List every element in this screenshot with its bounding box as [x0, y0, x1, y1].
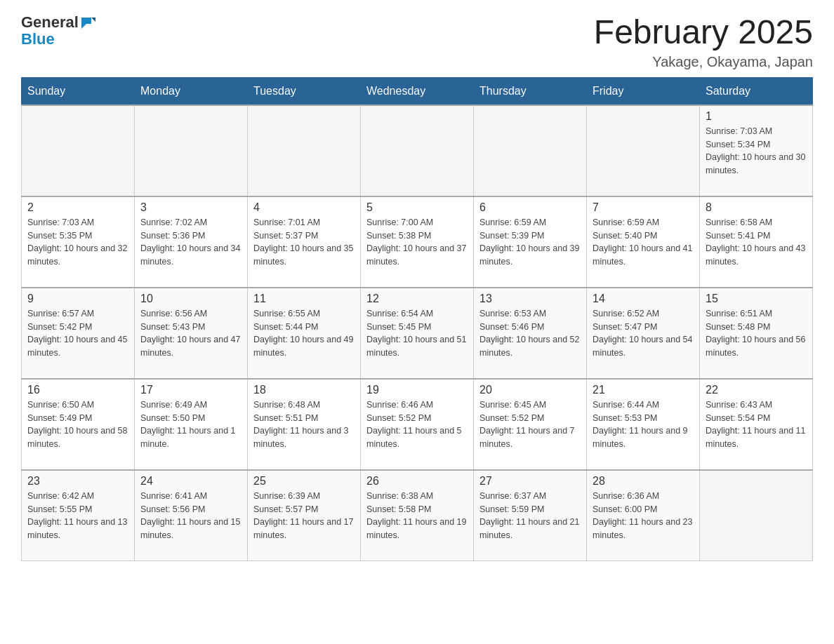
day-info: Sunrise: 6:57 AMSunset: 5:42 PMDaylight:…: [27, 307, 128, 360]
calendar-header: Sunday Monday Tuesday Wednesday Thursday…: [22, 77, 813, 105]
day-info: Sunrise: 6:59 AMSunset: 5:39 PMDaylight:…: [479, 216, 581, 269]
calendar-cell-w4-d5: 21Sunrise: 6:44 AMSunset: 5:53 PMDayligh…: [587, 379, 700, 470]
month-year-title: February 2025: [594, 14, 813, 51]
day-info: Sunrise: 6:56 AMSunset: 5:43 PMDaylight:…: [140, 307, 241, 360]
calendar-cell-w1-d2: [248, 105, 361, 196]
calendar-cell-w4-d0: 16Sunrise: 6:50 AMSunset: 5:49 PMDayligh…: [22, 379, 135, 470]
calendar-cell-w5-d5: 28Sunrise: 6:36 AMSunset: 6:00 PMDayligh…: [587, 470, 700, 561]
calendar-cell-w2-d2: 4Sunrise: 7:01 AMSunset: 5:37 PMDaylight…: [248, 196, 361, 288]
calendar-cell-w1-d0: [22, 105, 135, 196]
calendar-cell-w5-d3: 26Sunrise: 6:38 AMSunset: 5:58 PMDayligh…: [361, 470, 474, 561]
day-info: Sunrise: 6:39 AMSunset: 5:57 PMDaylight:…: [253, 490, 355, 542]
day-info: Sunrise: 6:50 AMSunset: 5:49 PMDaylight:…: [27, 398, 128, 451]
calendar-cell-w2-d3: 5Sunrise: 7:00 AMSunset: 5:38 PMDaylight…: [361, 196, 474, 288]
day-number: 28: [593, 475, 694, 488]
day-number: 19: [366, 384, 468, 396]
day-number: 14: [593, 293, 694, 305]
day-info: Sunrise: 6:53 AMSunset: 5:46 PMDaylight:…: [479, 307, 581, 360]
day-info: Sunrise: 6:52 AMSunset: 5:47 PMDaylight:…: [593, 307, 694, 360]
calendar-cell-w4-d3: 19Sunrise: 6:46 AMSunset: 5:52 PMDayligh…: [361, 379, 474, 470]
location-subtitle: Yakage, Okayama, Japan: [594, 54, 813, 70]
title-block: February 2025 Yakage, Okayama, Japan: [594, 14, 813, 70]
calendar-cell-w1-d5: [587, 105, 700, 196]
calendar-cell-w3-d6: 15Sunrise: 6:51 AMSunset: 5:48 PMDayligh…: [700, 288, 813, 379]
day-number: 9: [27, 293, 128, 305]
header-saturday: Saturday: [700, 77, 813, 105]
day-info: Sunrise: 6:59 AMSunset: 5:40 PMDaylight:…: [593, 216, 694, 269]
day-info: Sunrise: 7:02 AMSunset: 5:36 PMDaylight:…: [140, 216, 241, 269]
day-number: 25: [253, 475, 355, 488]
day-number: 12: [366, 293, 468, 305]
day-info: Sunrise: 7:03 AMSunset: 5:34 PMDaylight:…: [706, 125, 807, 177]
header-tuesday: Tuesday: [248, 77, 361, 105]
calendar-cell-w1-d1: [135, 105, 248, 196]
calendar-cell-w5-d2: 25Sunrise: 6:39 AMSunset: 5:57 PMDayligh…: [248, 470, 361, 561]
calendar-cell-w4-d4: 20Sunrise: 6:45 AMSunset: 5:52 PMDayligh…: [474, 379, 587, 470]
day-number: 23: [27, 475, 128, 488]
day-info: Sunrise: 6:42 AMSunset: 5:55 PMDaylight:…: [27, 490, 128, 542]
day-number: 20: [479, 384, 581, 396]
day-info: Sunrise: 6:37 AMSunset: 5:59 PMDaylight:…: [479, 490, 581, 542]
calendar-body: 1Sunrise: 7:03 AMSunset: 5:34 PMDaylight…: [22, 105, 813, 561]
day-info: Sunrise: 6:58 AMSunset: 5:41 PMDaylight:…: [706, 216, 807, 269]
day-number: 26: [366, 475, 468, 488]
day-info: Sunrise: 6:41 AMSunset: 5:56 PMDaylight:…: [140, 490, 241, 542]
day-number: 5: [366, 201, 468, 214]
day-number: 18: [253, 384, 355, 396]
calendar-cell-w4-d1: 17Sunrise: 6:49 AMSunset: 5:50 PMDayligh…: [135, 379, 248, 470]
calendar-cell-w4-d2: 18Sunrise: 6:48 AMSunset: 5:51 PMDayligh…: [248, 379, 361, 470]
week-row-1: 1Sunrise: 7:03 AMSunset: 5:34 PMDaylight…: [22, 105, 813, 196]
day-number: 17: [140, 384, 241, 396]
header-wednesday: Wednesday: [361, 77, 474, 105]
day-info: Sunrise: 6:55 AMSunset: 5:44 PMDaylight:…: [253, 307, 355, 360]
calendar-cell-w3-d3: 12Sunrise: 6:54 AMSunset: 5:45 PMDayligh…: [361, 288, 474, 379]
week-row-4: 16Sunrise: 6:50 AMSunset: 5:49 PMDayligh…: [22, 379, 813, 470]
day-info: Sunrise: 6:51 AMSunset: 5:48 PMDaylight:…: [706, 307, 807, 360]
calendar-cell-w2-d6: 8Sunrise: 6:58 AMSunset: 5:41 PMDaylight…: [700, 196, 813, 288]
svg-marker-0: [81, 18, 91, 29]
calendar-cell-w5-d4: 27Sunrise: 6:37 AMSunset: 5:59 PMDayligh…: [474, 470, 587, 561]
header-monday: Monday: [135, 77, 248, 105]
day-number: 7: [593, 201, 694, 214]
calendar-cell-w4-d6: 22Sunrise: 6:43 AMSunset: 5:54 PMDayligh…: [700, 379, 813, 470]
day-number: 1: [706, 110, 807, 123]
calendar-cell-w2-d5: 7Sunrise: 6:59 AMSunset: 5:40 PMDaylight…: [587, 196, 700, 288]
day-info: Sunrise: 6:48 AMSunset: 5:51 PMDaylight:…: [253, 398, 355, 451]
day-number: 11: [253, 293, 355, 305]
day-number: 15: [706, 293, 807, 305]
calendar-cell-w3-d0: 9Sunrise: 6:57 AMSunset: 5:42 PMDaylight…: [22, 288, 135, 379]
calendar-cell-w1-d6: 1Sunrise: 7:03 AMSunset: 5:34 PMDaylight…: [700, 105, 813, 196]
day-number: 3: [140, 201, 241, 214]
calendar-cell-w3-d1: 10Sunrise: 6:56 AMSunset: 5:43 PMDayligh…: [135, 288, 248, 379]
day-number: 6: [479, 201, 581, 214]
day-info: Sunrise: 6:43 AMSunset: 5:54 PMDaylight:…: [706, 398, 807, 451]
calendar-cell-w2-d0: 2Sunrise: 7:03 AMSunset: 5:35 PMDaylight…: [22, 196, 135, 288]
day-info: Sunrise: 6:49 AMSunset: 5:50 PMDaylight:…: [140, 398, 241, 451]
page-header: General Blue February 2025 Yakage, Okaya…: [21, 14, 813, 70]
day-info: Sunrise: 7:00 AMSunset: 5:38 PMDaylight:…: [366, 216, 468, 269]
day-number: 4: [253, 201, 355, 214]
calendar-cell-w3-d2: 11Sunrise: 6:55 AMSunset: 5:44 PMDayligh…: [248, 288, 361, 379]
day-info: Sunrise: 6:46 AMSunset: 5:52 PMDaylight:…: [366, 398, 468, 451]
calendar-table: Sunday Monday Tuesday Wednesday Thursday…: [21, 77, 813, 562]
calendar-cell-w2-d4: 6Sunrise: 6:59 AMSunset: 5:39 PMDaylight…: [474, 196, 587, 288]
day-number: 10: [140, 293, 241, 305]
day-number: 22: [706, 384, 807, 396]
week-row-5: 23Sunrise: 6:42 AMSunset: 5:55 PMDayligh…: [22, 470, 813, 561]
day-info: Sunrise: 6:45 AMSunset: 5:52 PMDaylight:…: [479, 398, 581, 451]
day-number: 8: [706, 201, 807, 214]
day-info: Sunrise: 7:03 AMSunset: 5:35 PMDaylight:…: [27, 216, 128, 269]
calendar-cell-w3-d4: 13Sunrise: 6:53 AMSunset: 5:46 PMDayligh…: [474, 288, 587, 379]
calendar-cell-w1-d4: [474, 105, 587, 196]
svg-marker-1: [91, 18, 95, 22]
header-friday: Friday: [587, 77, 700, 105]
day-number: 2: [27, 201, 128, 214]
header-sunday: Sunday: [22, 77, 135, 105]
calendar-cell-w3-d5: 14Sunrise: 6:52 AMSunset: 5:47 PMDayligh…: [587, 288, 700, 379]
day-info: Sunrise: 6:44 AMSunset: 5:53 PMDaylight:…: [593, 398, 694, 451]
calendar-cell-w5-d6: [700, 470, 813, 561]
calendar-cell-w5-d0: 23Sunrise: 6:42 AMSunset: 5:55 PMDayligh…: [22, 470, 135, 561]
calendar-cell-w2-d1: 3Sunrise: 7:02 AMSunset: 5:36 PMDaylight…: [135, 196, 248, 288]
day-info: Sunrise: 7:01 AMSunset: 5:37 PMDaylight:…: [253, 216, 355, 269]
calendar-cell-w5-d1: 24Sunrise: 6:41 AMSunset: 5:56 PMDayligh…: [135, 470, 248, 561]
